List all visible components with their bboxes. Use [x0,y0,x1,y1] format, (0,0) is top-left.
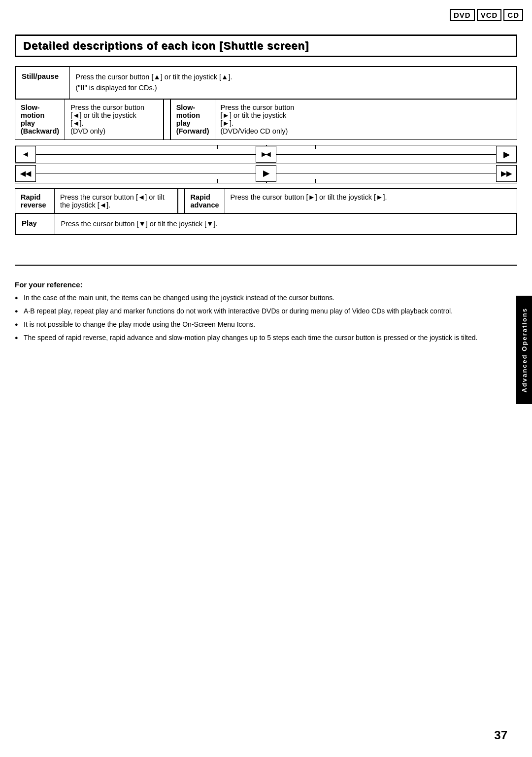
rapid-advance-label: Rapid advance [185,188,225,213]
diagram-btn-center-1: ▶◀ [256,146,276,163]
smf-desc4: (DVD/Video CD only) [221,127,288,135]
diagram-btn-left-1: ◄ [15,146,36,163]
smf-desc1: Press the cursor button [221,103,295,111]
play-row: Play Press the cursor button [▼] or tilt… [15,213,517,235]
main-table: Still/pause Press the cursor button [▲] … [15,66,517,100]
smf-label1: Slow-motion [176,103,200,119]
format-badges: DVD VCD CD [450,9,523,21]
page-title: Detailed descriptions of each icon [Shut… [23,39,509,52]
slow-motion-row: Slow-motion play (Backward) Press the cu… [15,99,517,139]
cd-badge: CD [503,9,523,21]
still-pause-desc: Press the cursor button [▲] or tilt the … [69,67,517,99]
ra-label1: Rapid [191,193,210,201]
rr-label1: Rapid [21,193,40,201]
note-item-4: The speed of rapid reverse, rapid advanc… [15,333,517,343]
vcd-badge: VCD [477,9,502,21]
notes-title: For your reference: [15,280,517,289]
still-pause-label: Still/pause [15,67,69,99]
tick-bottom-left-2 [217,179,218,183]
track-2b [266,173,496,174]
smb-desc4: (DVD only) [70,127,105,135]
play-label: Play [15,213,55,235]
ra-desc: Press the cursor button [►] or tilt the … [231,193,387,201]
shuttle-diagram: ◄ ▶◀ ▶ ◀◀ ▶ ▶▶ [15,145,517,183]
dvd-badge: DVD [450,9,475,21]
note-item-1: In the case of the main unit, the items … [15,293,517,303]
vertical-divider [164,99,170,139]
rapid-row: Rapid reverse Press the cursor button [◄… [15,188,517,213]
side-tab-text: Advanced Operations [521,308,528,392]
diagram-row-1: ◄ ▶◀ ▶ [15,145,517,164]
slow-motion-forward-desc: Press the cursor button [►] or tilt the … [215,99,517,139]
main-content: Still/pause Press the cursor button [▲] … [15,66,517,235]
notes-section: For your reference: In the case of the m… [15,280,517,343]
page-title-wrapper: Detailed descriptions of each icon [Shut… [15,34,517,57]
side-tab: Advanced Operations [516,296,532,404]
diagram-btn-right-2: ▶▶ [496,165,517,182]
diagram-row-2: ◀◀ ▶ ▶▶ [15,164,517,183]
smb-label1: Slow-motion [21,103,44,119]
smb-label3: (Backward) [21,127,59,135]
diagram-btn-right-1: ▶ [496,146,517,163]
slow-motion-backward-desc: Press the cursor button [◄] or tilt the … [65,99,164,139]
tick-top-left-1 [217,145,218,149]
smf-desc2: [►] or tilt the joystick [221,111,287,119]
slow-motion-forward-label: Slow-motion play (Forward) [170,99,215,139]
diagram-btn-center-2: ▶ [256,165,276,182]
slow-motion-backward-label: Slow-motion play (Backward) [15,99,65,139]
smf-label2: play [176,119,191,127]
rapid-advance-desc: Press the cursor button [►] or tilt the … [225,188,517,213]
smf-label3: (Forward) [176,127,209,135]
smb-desc1: Press the cursor button [70,103,144,111]
still-pause-desc-text: Press the cursor button [▲] or tilt the … [76,73,233,81]
rr-label2: reverse [21,201,46,209]
still-pause-note: ("II" is displayed for CDs.) [76,84,157,92]
smb-label2: play [21,119,35,127]
smb-desc3: [◄]. [70,119,83,127]
notes-list: In the case of the main unit, the items … [15,293,517,343]
rapid-reverse-label: Rapid reverse [15,188,55,213]
track-1a [36,154,266,155]
ra-label2: advance [191,201,219,209]
rr-desc: Press the cursor button [◄] or tilt the … [60,193,165,209]
page-number: 37 [494,728,507,742]
track-2a [36,173,266,174]
smb-desc2: [◄] or tilt the joystick [70,111,136,119]
note-item-2: A·B repeat play, repeat play and marker … [15,306,517,316]
play-desc: Press the cursor button [▼] or tilt the … [55,213,517,235]
note-item-3: It is not possible to change the play mo… [15,319,517,330]
still-pause-row: Still/pause Press the cursor button [▲] … [15,67,517,99]
rapid-reverse-desc: Press the cursor button [◄] or tilt the … [55,188,178,213]
rapid-divider [178,188,185,213]
play-table: Play Press the cursor button [▼] or tilt… [15,213,517,236]
section-divider [15,265,517,266]
tick-top-right-1 [315,145,316,149]
smf-desc3: [►]. [221,119,233,127]
track-1b [266,154,496,155]
tick-bottom-right-2 [315,179,316,183]
diagram-btn-left-2: ◀◀ [15,165,36,182]
slow-motion-table: Slow-motion play (Backward) Press the cu… [15,99,517,140]
rapid-table: Rapid reverse Press the cursor button [◄… [15,188,517,214]
